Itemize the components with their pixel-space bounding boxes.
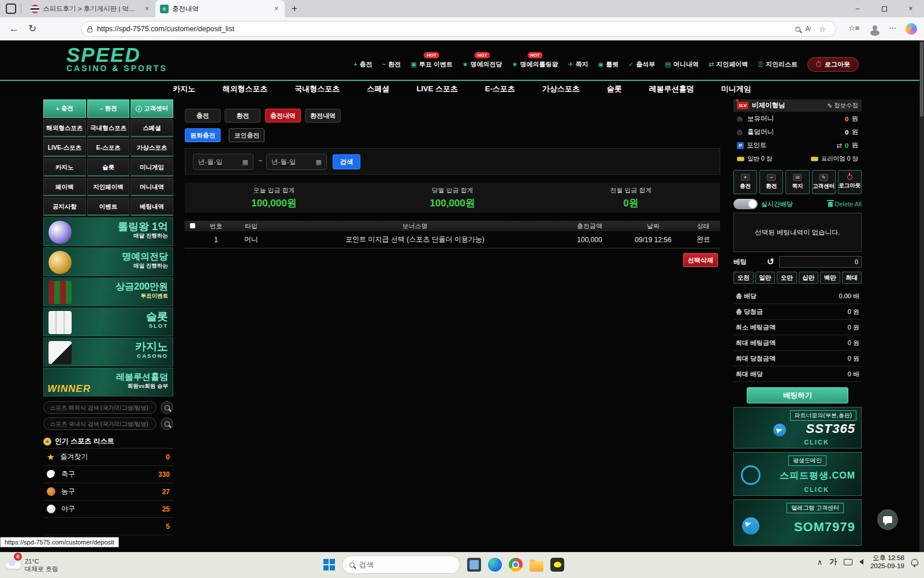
sidebar-deposit-button[interactable]: +충전	[43, 99, 86, 118]
logout-button[interactable]: 로그아웃	[807, 57, 859, 72]
start-button[interactable]	[323, 559, 335, 570]
delete-all-button[interactable]: Delete All	[828, 201, 862, 208]
nav-intl-sports[interactable]: 해외형스포츠	[222, 84, 267, 94]
amount-5000-button[interactable]: 오천	[733, 272, 754, 284]
sidebar-payback[interactable]: 페이백	[43, 178, 86, 197]
banner-slot[interactable]: 슬롯SLOT	[43, 307, 173, 336]
panel-withdraw-button[interactable]: −환전	[759, 170, 783, 194]
clock[interactable]: 오후 12:582025-09-19	[870, 554, 904, 570]
nav-slot[interactable]: 슬롯	[607, 84, 622, 94]
sport-row-favorites[interactable]: ★ 즐겨찾기 0	[43, 449, 173, 466]
nav-casino[interactable]: 카지노	[173, 84, 195, 94]
sidebar-referral-payback[interactable]: 지인페이백	[87, 178, 130, 197]
new-tab-button[interactable]: +	[292, 3, 297, 14]
sidebar-domestic-sports[interactable]: 국내형스포츠	[87, 119, 130, 138]
tab-withdraw-history[interactable]: 환전내역	[305, 109, 341, 123]
url-text[interactable]: https://spd-7575.com/customer/deposit_li…	[97, 25, 791, 33]
utility-referral-list[interactable]: ☰지인리스트	[758, 60, 798, 69]
favorites-bar-icon[interactable]: ☆≡	[848, 24, 859, 32]
bet-amount-input[interactable]: 0	[779, 256, 862, 268]
edit-profile-link[interactable]: ✎정보수정	[827, 102, 858, 110]
taskbar-search[interactable]: 검색	[342, 555, 460, 574]
panel-deposit-button[interactable]: +충전	[733, 170, 757, 194]
sidebar-intl-sports[interactable]: 해외형스포츠	[43, 119, 86, 138]
exchange-icon[interactable]: ⇄	[836, 142, 842, 150]
ime-indicator[interactable]: 가	[829, 557, 837, 567]
partner-banner[interactable]: 파트너문의(부본,총판) SST365 CLICK	[733, 407, 862, 449]
folder-icon[interactable]	[530, 561, 543, 572]
zoom-out-icon[interactable]	[795, 27, 800, 32]
notification-bell-icon[interactable]	[911, 559, 918, 565]
show-hidden-icons-chevron[interactable]: ∧	[817, 558, 823, 566]
utility-vote-event[interactable]: HOT▣투표 이벤트	[411, 60, 452, 69]
tab-deposit-history[interactable]: 충전내역	[265, 109, 301, 123]
sidebar-withdraw-button[interactable]: −환전	[87, 99, 130, 118]
more-menu-icon[interactable]: ⋯	[889, 24, 896, 32]
tab-actions-icon[interactable]	[6, 3, 16, 14]
utility-money-history[interactable]: ▤머니내역	[665, 60, 699, 69]
utility-attendance[interactable]: ✓출석부	[628, 60, 655, 69]
kakaotalk-icon[interactable]	[550, 558, 564, 572]
sidebar-support-button[interactable]: i고객센터	[131, 99, 173, 118]
search-button[interactable]	[161, 401, 173, 414]
address-bar[interactable]: https://spd-7575.com/customer/deposit_li…	[81, 21, 836, 37]
live-odds-toggle[interactable]	[733, 199, 758, 209]
edge-browser-icon[interactable]	[488, 558, 502, 572]
nav-special[interactable]: 스페셜	[367, 84, 389, 94]
sport-row-partial[interactable]: 5	[43, 518, 173, 535]
panel-support-button[interactable]: ✎고객센터	[812, 170, 836, 194]
nav-domestic-sports[interactable]: 국내형스포츠	[295, 84, 340, 94]
sidebar-money-history[interactable]: 머니내역	[131, 178, 173, 197]
utility-message[interactable]: ✈쪽지	[568, 60, 588, 69]
sidebar-notice[interactable]: 공지사항	[43, 198, 86, 216]
panel-logout-button[interactable]: 로그아웃	[838, 170, 862, 194]
utility-rolling-king[interactable]: HOT★명예의롤링왕	[512, 60, 558, 69]
sidebar-event[interactable]: 이벤트	[87, 198, 130, 216]
sidebar-esports[interactable]: E-스포츠	[87, 139, 130, 157]
back-icon[interactable]: ←	[9, 23, 19, 35]
site-logo[interactable]: SPEED CASINO & SPORTS	[66, 46, 167, 73]
minimize-button[interactable]: –	[844, 0, 871, 17]
panel-message-button[interactable]: ✉쪽지	[785, 170, 809, 194]
sidebar-bet-history[interactable]: 베팅내역	[131, 198, 173, 216]
nav-revolution-holdem[interactable]: 레볼루션홀덤	[649, 84, 694, 94]
chat-widget-button[interactable]	[877, 509, 898, 530]
utility-hall-of-fame[interactable]: HOT★명예의전당	[463, 60, 502, 69]
amount-max-button[interactable]: 최대	[842, 272, 862, 284]
amount-100000-button[interactable]: 십만	[799, 272, 819, 284]
refresh-icon[interactable]: ↻	[28, 23, 36, 35]
intl-sports-search-input[interactable]	[43, 401, 157, 414]
sidebar-minigame[interactable]: 미니게임	[131, 158, 173, 177]
amount-10000-button[interactable]: 일만	[755, 272, 776, 284]
tab-deposit[interactable]: 충전	[185, 109, 221, 123]
domestic-sports-search-input[interactable]	[43, 417, 157, 430]
tab-close-icon[interactable]: ×	[143, 5, 151, 13]
subtab-krw-deposit[interactable]: 원화충전	[185, 128, 221, 142]
utility-deposit[interactable]: +충전	[353, 60, 372, 69]
amount-1000000-button[interactable]: 백만	[820, 272, 840, 284]
sport-row-soccer[interactable]: 축구 330	[43, 466, 173, 483]
sidebar-special[interactable]: 스페셜	[131, 119, 173, 138]
date-to-input[interactable]: 년-월-일▦	[266, 154, 327, 170]
weather-widget[interactable]: 8 21°C대체로 흐림	[6, 558, 58, 573]
place-bet-button[interactable]: 베팅하기	[747, 387, 848, 403]
favorite-star-icon[interactable]: ☆	[819, 25, 826, 34]
telegram-support-banner[interactable]: 텔레그램 고객센터 SOM7979	[733, 499, 862, 546]
nav-virtual-sports[interactable]: 가상스포츠	[542, 84, 580, 94]
banner-hall-of-fame[interactable]: 명예의전당매일 진행하는	[43, 247, 173, 276]
select-all-checkbox[interactable]	[185, 223, 200, 229]
banner-casino[interactable]: 카지노CASONO	[43, 338, 173, 366]
sport-row-basketball[interactable]: 농구 27	[43, 483, 173, 501]
banner-vote-event[interactable]: 상금200만원투표이벤트	[43, 277, 173, 306]
calendar-icon[interactable]: ▦	[316, 158, 322, 166]
sport-row-baseball[interactable]: 야구 25	[43, 501, 173, 518]
banner-rolling-king[interactable]: 롤링왕 1억매달 진행하는	[43, 217, 173, 246]
reset-icon[interactable]: ↺	[767, 257, 774, 267]
tab-close-icon[interactable]: ×	[273, 5, 280, 13]
copilot-icon[interactable]	[906, 23, 917, 35]
tab-withdraw[interactable]: 환전	[225, 109, 260, 123]
delete-selected-button[interactable]: 선택삭제	[683, 253, 718, 267]
banner-revolution-holdem[interactable]: WINNER 레볼루션홀덤회원vs회원 승부	[43, 368, 173, 397]
nav-live-sports[interactable]: LIVE 스포츠	[416, 84, 458, 94]
sidebar-casino[interactable]: 카지노	[43, 158, 86, 177]
